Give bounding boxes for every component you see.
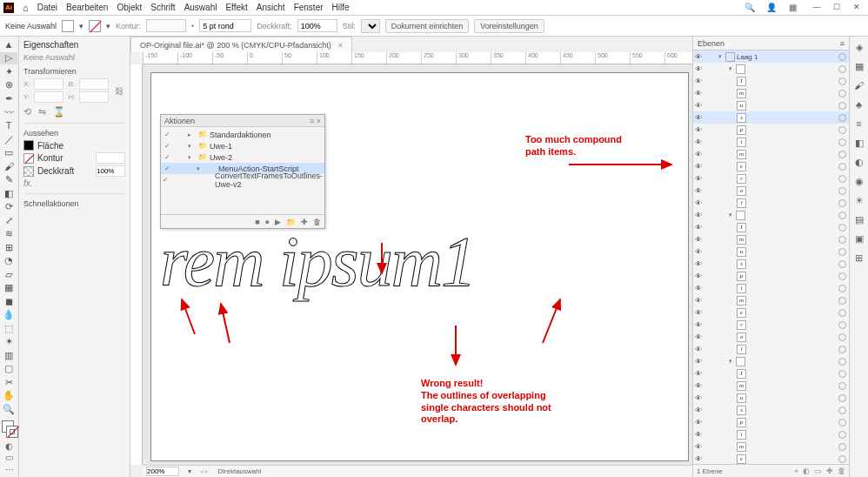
mesh-tool[interactable]: ▦ [0,282,17,295]
stroke-color[interactable] [6,426,18,438]
new-action-icon[interactable]: ✚ [301,218,308,226]
menu-item[interactable]: Ansicht [257,3,285,12]
layer-row[interactable]: 👁m [693,148,849,160]
actions-panel[interactable]: Aktionen ≡ × ✓▸📁Standardaktionen✓▾📁Uwe-1… [160,114,325,229]
opacity-input[interactable] [297,19,337,32]
link-icon[interactable]: ⛓ [113,78,125,103]
eyedropper-tool[interactable]: 💧 [0,309,17,322]
gradient-tool[interactable]: ◼ [0,295,17,308]
minimize-button[interactable]: — [807,0,826,14]
draw-mode[interactable]: ◐ [0,440,18,452]
appearance-icon[interactable]: ◉ [852,174,866,188]
stroke-profile[interactable] [199,19,251,32]
layer-row[interactable]: 👁r [693,172,849,185]
transparency-icon[interactable]: ◐ [852,155,866,169]
layer-row[interactable]: 👁p [693,124,849,136]
swatches-icon[interactable]: ▦ [852,59,866,73]
layer-row[interactable]: 👁p [693,416,849,428]
color-icon[interactable]: ◈ [852,40,866,54]
free-transform-tool[interactable]: ⊞ [0,241,17,254]
scale-tool[interactable]: ⤢ [0,214,17,227]
layer-row[interactable]: 👁u [693,99,849,111]
delete-layer-icon[interactable]: 🗑 [838,467,845,476]
layer-row[interactable]: 👁o [693,331,849,343]
symbols-icon[interactable]: ♣ [852,97,866,111]
layer-row[interactable]: 👁▾ [693,209,849,221]
hand-tool[interactable]: ✋ [0,390,17,403]
menu-item[interactable]: Objekt [117,3,142,12]
arrange-icon[interactable]: ▦ [787,2,798,13]
stroke-swatch[interactable] [23,153,34,164]
new-layer-icon[interactable]: ✚ [826,467,833,476]
prefs-button[interactable]: Voreinstellungen [474,19,544,33]
layers-tree[interactable]: 👁▾Laag 1👁▾👁I👁m👁u👁s👁p👁i👁m👁e👁r👁o👁l👁▾👁I👁m👁u… [693,50,849,464]
gradient-icon[interactable]: ◧ [852,136,866,150]
fill-swatch[interactable] [62,20,74,32]
layer-row[interactable]: 👁I [693,75,849,87]
document-tab[interactable]: OP-Original file.ai* @ 200 % (CMYK/CPU-P… [130,37,352,52]
new-set-icon[interactable]: 📁 [286,218,296,226]
y-input[interactable] [34,91,63,103]
layer-row[interactable]: 👁i [693,136,849,148]
search-icon[interactable]: 🔍 [744,2,755,13]
layer-row[interactable]: 👁s [693,111,849,124]
layer-row[interactable]: 👁s [693,404,849,416]
layer-row[interactable]: 👁o [693,185,849,197]
stroke-weight-input[interactable] [146,19,186,32]
eraser-tool[interactable]: ◧ [0,187,17,200]
layer-row[interactable]: 👁m [693,87,849,99]
more-icon[interactable]: ⌛ [53,106,65,118]
fill-swatch[interactable] [23,140,34,151]
graphic-styles-icon[interactable]: ☀ [852,193,866,207]
layer-row[interactable]: 👁i [693,282,849,294]
layer-row[interactable]: 👁l [693,197,849,209]
zoom-tool[interactable]: 🔍 [0,403,17,416]
record-icon[interactable]: ● [265,218,270,226]
menu-item[interactable]: Hilfe [332,3,350,12]
layer-row[interactable]: 👁I [693,221,849,233]
menu-item[interactable]: Auswahl [184,3,217,12]
curvature-tool[interactable]: 〰 [0,106,17,119]
canvas[interactable]: rem ipsum1 Aktionen ≡ × ✓▸📁Standardaktio… [143,64,692,465]
selection-tool[interactable]: ▲ [0,38,17,51]
layer-row[interactable]: 👁e [693,306,849,319]
layer-row[interactable]: 👁e [693,453,849,464]
rect-tool[interactable]: ▭ [0,147,17,160]
symbol-tool[interactable]: ✶ [0,336,17,349]
rotate-tool[interactable]: ⟳ [0,201,17,214]
layer-row[interactable]: 👁u [693,245,849,258]
flip-icon[interactable]: ⇋ [38,106,46,118]
opacity-swatch[interactable] [23,166,34,177]
sublayer-icon[interactable]: ▭ [814,467,822,476]
blend-tool[interactable]: ⬚ [0,322,17,335]
fx-label[interactable]: fx. [23,178,33,188]
close-tab-icon[interactable]: × [338,41,343,50]
asset-icon[interactable]: ▣ [852,232,866,245]
layer-row[interactable]: 👁m [693,440,849,453]
shaper-tool[interactable]: ✎ [0,174,17,187]
line-tool[interactable]: ／ [0,133,17,146]
x-input[interactable] [34,78,63,90]
play-icon[interactable]: ▶ [275,218,281,226]
layer-row[interactable]: 👁s [693,258,849,270]
stroke-w-input[interactable] [96,152,125,164]
layer-row[interactable]: 👁m [693,233,849,245]
screen-mode[interactable]: ▭ [0,452,18,463]
w-input[interactable] [79,78,109,90]
direct-selection-tool[interactable]: ▷ [0,52,17,65]
shape-builder-tool[interactable]: ◔ [0,255,17,268]
menu-item[interactable]: Fenster [294,3,324,12]
menu-item[interactable]: Datei [37,3,57,12]
panel-menu-icon[interactable]: ≡ × [310,117,321,125]
layer-row[interactable]: 👁p [693,270,849,282]
user-icon[interactable]: 👤 [765,2,777,13]
lasso-tool[interactable]: ⊗ [0,79,17,92]
stroke-swatch[interactable] [89,20,101,32]
action-row[interactable]: ✓ConvertTextFramesToOutlines-Uwe-v2 [161,174,324,185]
doc-setup-button[interactable]: Dokument einrichten [385,19,470,33]
action-row[interactable]: ✓▾📁Uwe-2 [161,151,324,163]
locate-icon[interactable]: ⌖ [794,467,798,476]
layer-row[interactable]: 👁l [693,343,849,355]
layer-row[interactable]: 👁r [693,319,849,331]
close-button[interactable]: ✕ [847,0,866,14]
